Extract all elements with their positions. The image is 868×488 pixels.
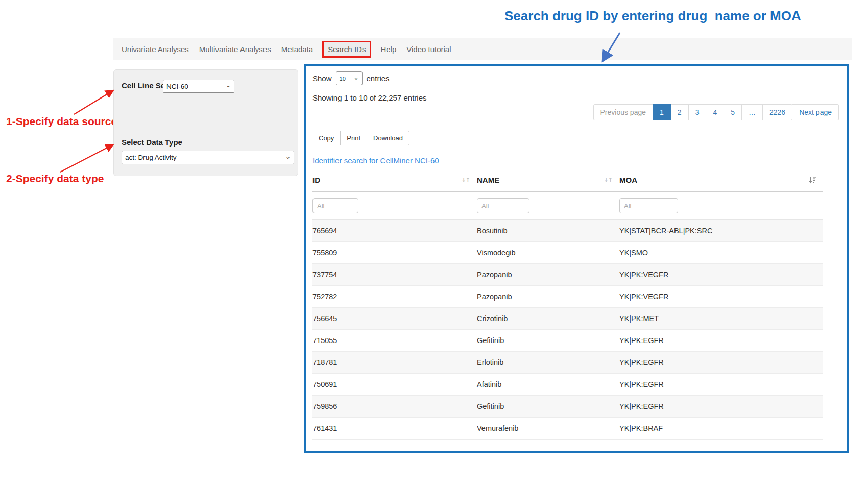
- cell-name: Pazopanib: [477, 292, 619, 301]
- nav-tab[interactable]: Video tutorial: [405, 43, 452, 56]
- cell-name: Bosutinib: [477, 227, 619, 235]
- column-header-id[interactable]: ID ↓↑: [312, 176, 477, 184]
- cell-name: Erlotinib: [477, 358, 619, 367]
- page-number-button[interactable]: …: [742, 104, 763, 120]
- cell-moa: YK|PK:EGFR: [619, 402, 823, 410]
- column-header-name[interactable]: NAME ↓↑: [477, 176, 619, 184]
- identifier-search-link[interactable]: Identifier search for CellMiner NCI-60: [312, 156, 439, 165]
- page-length-value: 10: [340, 76, 346, 82]
- red-arrow-step1: [74, 90, 113, 114]
- table-row: 718781 Erlotinib YK|PK:EGFR: [312, 352, 823, 374]
- export-button[interactable]: Download: [367, 131, 409, 145]
- export-button[interactable]: Print: [341, 131, 367, 145]
- table-row: 755809 Vismodegib YK|SMO: [312, 242, 823, 264]
- chevron-down-icon: ⌄: [285, 154, 291, 160]
- top-nav: Univariate Analyses Multivariate Analyse…: [113, 38, 852, 60]
- annotation-step2: 2-Specify data type: [6, 173, 104, 185]
- show-entries-control: Show 10 ⌄ entries: [312, 71, 390, 85]
- cell-id: 752782: [312, 292, 477, 301]
- sort-amount-icon: [809, 176, 816, 184]
- results-table: ID ↓↑ NAME ↓↑ MOA: [312, 168, 823, 440]
- name-filter-input[interactable]: [477, 198, 529, 213]
- cell-name: Vismodegib: [477, 249, 619, 257]
- next-page-button[interactable]: Next page: [792, 104, 839, 120]
- table-row: 750691 Afatinib YK|PK:EGFR: [312, 374, 823, 396]
- page-number-button[interactable]: 2: [671, 104, 689, 120]
- cell-moa: YK|SMO: [619, 249, 823, 257]
- cell-moa: YK|PK:EGFR: [619, 336, 823, 345]
- cell-id: 755809: [312, 249, 477, 257]
- cell-name: Afatinib: [477, 380, 619, 388]
- column-header-id-label: ID: [312, 176, 320, 184]
- data-type-select[interactable]: act: Drug Activity ⌄: [122, 151, 294, 164]
- cell-id: 759856: [312, 402, 477, 410]
- page-number-button[interactable]: 1: [653, 104, 671, 120]
- cell-name: Crizotinib: [477, 314, 619, 323]
- cell-name: Gefitinib: [477, 402, 619, 410]
- cell-id: 765694: [312, 227, 477, 235]
- nav-tab[interactable]: Metadata: [280, 43, 315, 56]
- page-number-button[interactable]: 5: [724, 104, 742, 120]
- cell-moa: YK|PK:EGFR: [619, 358, 823, 367]
- table-row: 737754 Pazopanib YK|PK:VEGFR: [312, 264, 823, 286]
- cell-id: 737754: [312, 271, 477, 279]
- cell-name: Pazopanib: [477, 271, 619, 279]
- data-type-value: act: Drug Activity: [125, 154, 177, 161]
- page-number-button[interactable]: 3: [689, 104, 707, 120]
- cell-moa: YK|PK:VEGFR: [619, 271, 823, 279]
- page-number-button[interactable]: 4: [706, 104, 724, 120]
- annotation-step1: 1-Specify data source: [6, 115, 117, 128]
- id-filter-input[interactable]: [312, 198, 358, 213]
- showing-summary: Showing 1 to 10 of 22,257 entries: [312, 93, 427, 102]
- column-header-moa[interactable]: MOA: [619, 176, 823, 184]
- cell-moa: YK|PK:EGFR: [619, 380, 823, 388]
- cell-id: 761431: [312, 424, 477, 432]
- table-body: 765694 Bosutinib YK|STAT|BCR-ABL|PK:SRC …: [312, 220, 823, 440]
- nav-tab[interactable]: Multivariate Analyses: [198, 43, 272, 56]
- cell-moa: YK|PK:VEGFR: [619, 292, 823, 301]
- sort-updown-icon: ↓↑: [604, 177, 612, 183]
- page-length-select[interactable]: 10 ⌄: [336, 71, 363, 85]
- cell-line-set-label: Cell Line Set: [122, 81, 167, 90]
- previous-page-button[interactable]: Previous page: [593, 104, 654, 120]
- cell-moa: YK|PK:BRAF: [619, 424, 823, 432]
- chevron-down-icon: ⌄: [353, 75, 358, 81]
- column-header-moa-label: MOA: [619, 176, 637, 184]
- cell-id: 715055: [312, 336, 477, 345]
- search-ids-panel: Show 10 ⌄ entries Showing 1 to 10 of 22,…: [304, 64, 849, 453]
- cell-moa: YK|STAT|BCR-ABL|PK:SRC: [619, 227, 823, 235]
- cell-name: Vemurafenib: [477, 424, 619, 432]
- table-row: 756645 Crizotinib YK|PK:MET: [312, 308, 823, 330]
- pagination: Previous page 1 2 3 4 5 … 2226 Next page: [593, 104, 839, 120]
- table-header-row: ID ↓↑ NAME ↓↑ MOA: [312, 168, 823, 192]
- data-type-label: Select Data Type: [122, 138, 182, 147]
- table-row: 765694 Bosutinib YK|STAT|BCR-ABL|PK:SRC: [312, 220, 823, 242]
- export-button-group: Copy Print Download: [312, 131, 409, 145]
- cell-id: 756645: [312, 314, 477, 323]
- chevron-down-icon: ⌄: [226, 82, 231, 88]
- entries-label: entries: [367, 74, 390, 83]
- headline-annotation: Search drug ID by entering drug name or …: [504, 8, 801, 24]
- cell-id: 750691: [312, 380, 477, 388]
- column-header-name-label: NAME: [477, 176, 499, 184]
- table-row: 752782 Pazopanib YK|PK:VEGFR: [312, 286, 823, 308]
- page-number-group: 1 2 3 4 5 … 2226: [653, 104, 792, 120]
- data-source-panel: Cell Line Set NCI-60 ⌄ Select Data Type …: [113, 69, 298, 176]
- moa-filter-input[interactable]: [619, 198, 678, 213]
- nav-tab[interactable]: Search IDs: [322, 41, 371, 58]
- red-arrow-step2: [60, 144, 113, 172]
- show-label: Show: [312, 74, 332, 83]
- nav-tab[interactable]: Help: [379, 43, 397, 56]
- cell-id: 718781: [312, 358, 477, 367]
- cell-moa: YK|PK:MET: [619, 314, 823, 323]
- export-button[interactable]: Copy: [312, 131, 341, 145]
- nav-tab[interactable]: Univariate Analyses: [120, 43, 190, 56]
- cell-name: Gefitinib: [477, 336, 619, 345]
- table-row: 761431 Vemurafenib YK|PK:BRAF: [312, 418, 823, 440]
- column-filter-row: [312, 192, 823, 220]
- cell-line-set-select[interactable]: NCI-60 ⌄: [163, 80, 234, 93]
- table-row: 759856 Gefitinib YK|PK:EGFR: [312, 396, 823, 418]
- sort-updown-icon: ↓↑: [462, 177, 470, 183]
- table-row: 715055 Gefitinib YK|PK:EGFR: [312, 330, 823, 352]
- page-number-button[interactable]: 2226: [763, 104, 792, 120]
